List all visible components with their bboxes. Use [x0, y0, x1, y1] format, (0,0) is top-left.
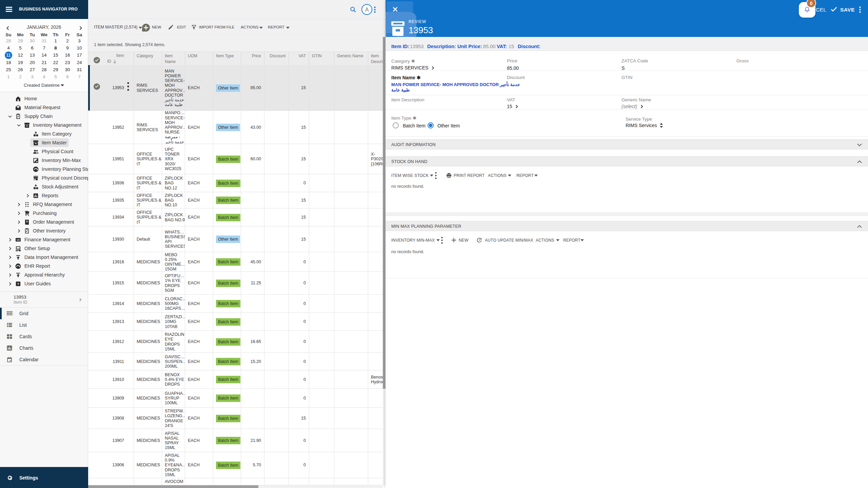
svg-text:?: ? — [17, 282, 19, 286]
svg-text:100: 100 — [17, 239, 20, 241]
